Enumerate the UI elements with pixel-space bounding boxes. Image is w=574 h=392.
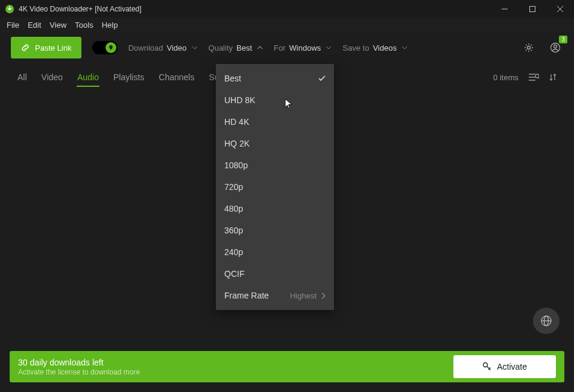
globe-icon [540, 315, 552, 327]
key-icon [482, 362, 492, 371]
search-filter-button[interactable] [528, 73, 539, 81]
for-value: Windows [289, 43, 321, 52]
user-icon [550, 42, 561, 53]
title-bar: 4K Video Downloader+ [Not Activated] [0, 0, 574, 17]
svg-point-8 [484, 363, 488, 367]
gear-icon [523, 42, 534, 53]
link-icon [20, 43, 30, 52]
saveto-label: Save to [342, 43, 369, 52]
saveto-value: Videos [373, 43, 397, 52]
dd-option[interactable]: 480p [216, 198, 334, 220]
dd-option[interactable]: HQ 2K [216, 133, 334, 154]
svg-point-5 [535, 74, 539, 78]
dd-option-label: UHD 8K [224, 95, 255, 105]
dd-option-label: 360p [224, 226, 243, 235]
menu-edit[interactable]: Edit [24, 19, 45, 31]
activate-button[interactable]: Activate [453, 355, 556, 378]
activation-banner: 30 daily downloads left Activate the lic… [10, 351, 564, 382]
dd-option-label: HQ 2K [224, 139, 250, 148]
app-icon [5, 4, 14, 14]
dd-option-label: HD 4K [224, 117, 249, 127]
chevron-up-icon [257, 46, 263, 49]
download-label: Download [128, 43, 163, 52]
web-button[interactable] [533, 308, 560, 334]
window-title: 4K Video Downloader+ [Not Activated] [19, 5, 142, 13]
for-label: For [274, 43, 286, 52]
sort-button[interactable] [549, 73, 557, 81]
paste-link-button[interactable]: Paste Link [11, 37, 81, 58]
menu-file[interactable]: File [2, 19, 24, 31]
maximize-button[interactable] [519, 0, 546, 17]
minimize-button[interactable] [491, 0, 519, 17]
frame-rate-label: Frame Rate [224, 291, 269, 300]
items-count: 0 items [493, 73, 519, 82]
paste-link-label: Paste Link [35, 43, 72, 52]
tab-channels[interactable]: Channels [158, 69, 195, 86]
dd-option[interactable]: QCIF [216, 263, 334, 285]
download-value: Video [167, 43, 187, 52]
dd-option[interactable]: HD 4K [216, 111, 334, 133]
banner-subtitle: Activate the license to download more [18, 368, 140, 376]
for-option[interactable]: For Windows [274, 43, 332, 52]
dd-option-label: 720p [224, 182, 243, 192]
dd-option-label: 1080p [224, 160, 248, 170]
smart-mode-toggle[interactable] [92, 41, 118, 54]
activate-label: Activate [497, 362, 527, 371]
notification-badge: 3 [559, 36, 567, 43]
tab-audio[interactable]: Audio [77, 69, 99, 86]
frame-rate-value: Highest [290, 291, 317, 300]
dd-option[interactable]: 720p [216, 176, 334, 198]
svg-point-4 [554, 45, 557, 48]
menu-tools[interactable]: Tools [71, 19, 97, 31]
svg-point-2 [528, 46, 531, 49]
dd-option[interactable]: Best [216, 68, 334, 89]
settings-button[interactable] [521, 40, 537, 55]
banner-title: 30 daily downloads left [18, 358, 140, 367]
dd-option-label: 240p [224, 247, 243, 257]
dd-option[interactable]: 240p [216, 241, 334, 263]
toolbar: Paste Link Download Video Quality Best F… [0, 32, 574, 63]
menu-view[interactable]: View [45, 19, 71, 31]
dd-option[interactable]: 360p [216, 220, 334, 241]
quality-value: Best [236, 43, 252, 52]
download-option[interactable]: Download Video [128, 43, 198, 52]
saveto-option[interactable]: Save to Videos [342, 43, 408, 52]
menu-help[interactable]: Help [98, 19, 122, 31]
dd-option-label: 480p [224, 204, 243, 213]
bulb-icon [108, 45, 114, 51]
tab-playlists[interactable]: Playlists [113, 69, 145, 86]
quality-dropdown: BestUHD 8KHD 4KHQ 2K1080p720p480p360p240… [216, 64, 334, 310]
chevron-right-icon [321, 292, 326, 299]
svg-rect-1 [530, 6, 535, 11]
chevron-down-icon [326, 46, 332, 49]
close-button[interactable] [546, 0, 574, 17]
tab-all[interactable]: All [17, 69, 28, 86]
quality-label: Quality [209, 43, 233, 52]
account-button[interactable]: 3 [547, 40, 563, 55]
dd-option[interactable]: 1080p [216, 154, 334, 176]
dd-option-label: QCIF [224, 269, 244, 279]
chevron-down-icon [402, 46, 408, 49]
dd-frame-rate[interactable]: Frame Rate Highest [216, 285, 334, 306]
menu-bar: File Edit View Tools Help [0, 17, 574, 32]
dd-option[interactable]: UHD 8K [216, 89, 334, 111]
check-icon [318, 75, 326, 81]
chevron-down-icon [192, 46, 198, 49]
dd-option-label: Best [224, 74, 241, 83]
tab-video[interactable]: Video [41, 69, 64, 86]
quality-option[interactable]: Quality Best [209, 43, 263, 52]
